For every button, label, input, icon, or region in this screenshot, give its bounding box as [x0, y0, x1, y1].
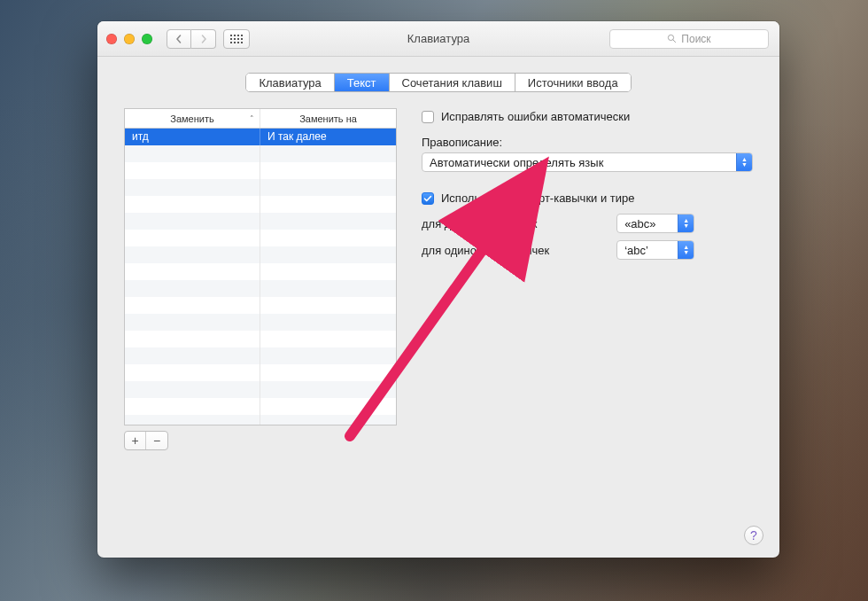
- add-remove-buttons: + −: [124, 431, 168, 450]
- select-arrows-icon: ▲▼: [736, 153, 752, 171]
- minimize-button[interactable]: [124, 34, 135, 44]
- table-row[interactable]: [125, 213, 396, 230]
- back-button[interactable]: [167, 29, 191, 49]
- table-row[interactable]: [125, 280, 396, 297]
- replacements-table[interactable]: Заменить ˄ Заменить на итдИ так далее: [124, 108, 397, 425]
- table-row[interactable]: итдИ так далее: [125, 129, 396, 145]
- table-row[interactable]: [125, 263, 396, 280]
- zoom-button[interactable]: [142, 34, 152, 44]
- search-placeholder: Поиск: [681, 33, 710, 45]
- select-arrows-icon: ▲▼: [678, 215, 694, 232]
- spelling-select[interactable]: Автоматически определять язык ▲▼: [422, 152, 753, 172]
- check-icon: [423, 194, 432, 203]
- titlebar: Клавиатура Поиск: [97, 21, 779, 57]
- table-row[interactable]: [125, 145, 396, 162]
- autocorrect-checkbox[interactable]: [422, 111, 434, 123]
- svg-line-1: [673, 40, 676, 43]
- table-row[interactable]: [125, 331, 396, 347]
- tab-shortcuts[interactable]: Сочетания клавиш: [390, 74, 515, 91]
- table-row[interactable]: [125, 179, 396, 196]
- tab-keyboard[interactable]: Клавиатура: [246, 74, 334, 91]
- cell-to: И так далее: [260, 129, 396, 145]
- smart-quotes-checkbox[interactable]: [422, 192, 434, 205]
- spelling-value: Автоматически определять язык: [430, 156, 603, 169]
- help-button[interactable]: ?: [744, 526, 763, 545]
- smart-quotes-row: Использовать смарт-кавычки и тире: [422, 191, 753, 205]
- spelling-heading: Правописание:: [422, 136, 753, 149]
- table-row[interactable]: [125, 196, 396, 213]
- column-replace[interactable]: Заменить ˄: [125, 109, 260, 128]
- autocorrect-label: Исправлять ошибки автоматически: [441, 110, 630, 123]
- double-quotes-value: «abc»: [624, 217, 655, 230]
- single-quotes-value: ‘abc’: [624, 244, 648, 257]
- table-body: итдИ так далее: [125, 129, 396, 425]
- chevron-right-icon: [199, 35, 208, 43]
- table-header: Заменить ˄ Заменить на: [125, 109, 396, 129]
- preferences-window: Клавиатура Поиск Клавиатура Текст Сочета…: [97, 21, 779, 558]
- replacements-panel: Заменить ˄ Заменить на итдИ так далее + …: [124, 108, 397, 450]
- table-row[interactable]: [125, 381, 396, 398]
- double-quotes-select[interactable]: «abc» ▲▼: [616, 214, 694, 233]
- table-row[interactable]: [125, 398, 396, 415]
- table-row[interactable]: [125, 230, 396, 246]
- search-icon: [667, 34, 677, 43]
- options-panel: Исправлять ошибки автоматически Правопис…: [422, 108, 753, 450]
- grid-icon: [230, 35, 243, 43]
- cell-from: итд: [125, 129, 260, 145]
- remove-button[interactable]: −: [146, 432, 167, 449]
- autocorrect-row: Исправлять ошибки автоматически: [422, 110, 753, 123]
- show-all-button[interactable]: [223, 29, 250, 49]
- table-row[interactable]: [125, 364, 396, 381]
- table-row[interactable]: [125, 297, 396, 314]
- tab-input-sources[interactable]: Источники ввода: [515, 74, 631, 91]
- close-button[interactable]: [106, 34, 117, 44]
- tab-bar: Клавиатура Текст Сочетания клавиш Источн…: [124, 73, 753, 92]
- tab-segment: Клавиатура Текст Сочетания клавиш Источн…: [245, 73, 631, 92]
- single-quotes-label: для одиночных кавычек: [422, 244, 608, 257]
- forward-button[interactable]: [191, 29, 216, 49]
- smart-quotes-label: Использовать смарт-кавычки и тире: [441, 191, 635, 205]
- search-field[interactable]: Поиск: [609, 29, 769, 49]
- nav-buttons: [167, 29, 216, 49]
- table-row[interactable]: [125, 415, 396, 425]
- table-row[interactable]: [125, 314, 396, 331]
- select-arrows-icon: ▲▼: [678, 241, 694, 259]
- column-with[interactable]: Заменить на: [260, 109, 396, 128]
- table-row[interactable]: [125, 162, 396, 179]
- table-row[interactable]: [125, 246, 396, 263]
- single-quotes-select[interactable]: ‘abc’ ▲▼: [616, 240, 694, 260]
- chevron-left-icon: [174, 35, 183, 43]
- content-area: Клавиатура Текст Сочетания клавиш Источн…: [97, 57, 779, 558]
- sort-indicator-icon: ˄: [250, 114, 254, 123]
- tab-text[interactable]: Текст: [335, 74, 390, 91]
- add-button[interactable]: +: [125, 432, 146, 449]
- double-quotes-label: для двойных кавычек: [422, 217, 608, 230]
- window-controls: [106, 34, 152, 44]
- table-row[interactable]: [125, 347, 396, 364]
